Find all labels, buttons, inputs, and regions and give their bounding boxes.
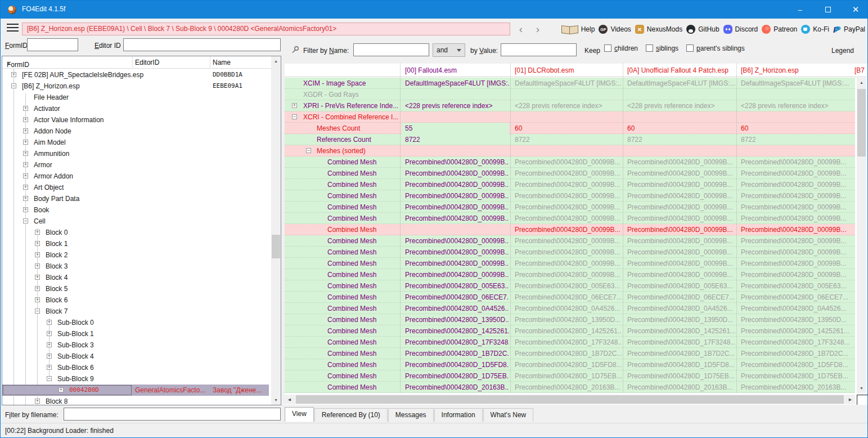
- tree-row[interactable]: +Armor: [2, 159, 271, 171]
- value-cell[interactable]: <228 previs reference index>: [511, 100, 622, 111]
- value-cell[interactable]: Precombined\0004280D_0A4526...: [737, 303, 853, 314]
- expand-icon[interactable]: +: [23, 207, 28, 212]
- link-github[interactable]: GitHub: [686, 25, 719, 34]
- value-cell[interactable]: Precombined\0004280D_1425261...: [624, 325, 735, 337]
- tree-row[interactable]: +[FE 02B] AUR_SpectacleIsleBridges.espDD…: [2, 69, 271, 81]
- tree-row[interactable]: +Art Object: [2, 182, 271, 193]
- value-cell[interactable]: Precombined\0004280D_20163B...: [402, 382, 509, 393]
- tree-row[interactable]: +Block 4: [2, 272, 271, 283]
- table-row[interactable]: Combined MeshPrecombined\0004280D_17F324…: [285, 337, 855, 348]
- expand-icon[interactable]: +: [23, 162, 28, 167]
- value-cell[interactable]: Precombined\0004280D_00099B...: [737, 258, 853, 269]
- tree-row[interactable]: +Block 2: [2, 249, 271, 261]
- value-cell[interactable]: Precombined\0004280D_0A4526...: [402, 303, 509, 314]
- table-row[interactable]: Combined MeshPrecombined\0004280D_0A4526…: [285, 303, 855, 314]
- back-button[interactable]: ‹: [514, 22, 528, 37]
- expand-icon[interactable]: +: [47, 342, 52, 347]
- scroll-down-icon[interactable]: ▼: [857, 383, 866, 393]
- tree-row[interactable]: +Armor Addon: [2, 171, 271, 182]
- formid-input[interactable]: [27, 38, 78, 51]
- value-cell[interactable]: <228 previs reference index>: [624, 100, 735, 111]
- value-cell[interactable]: Precombined\0004280D_00099B...: [624, 269, 735, 280]
- value-cell[interactable]: DefaultImageSpaceF4LUT [IMGS:...: [402, 78, 509, 89]
- tree-row[interactable]: +Block 0: [2, 227, 271, 238]
- value-cell[interactable]: Precombined\0004280D_20163B...: [511, 382, 622, 393]
- tree-header-name[interactable]: Name: [213, 59, 231, 66]
- value-cell[interactable]: Precombined\0004280D_00099B...: [624, 202, 735, 213]
- column-header[interactable]: [01] DLCRobot.esm: [515, 66, 574, 74]
- tree-row[interactable]: +Block 8: [2, 396, 271, 405]
- value-cell[interactable]: Precombined\0004280D_00099B...: [624, 168, 735, 179]
- value-cell[interactable]: 55: [402, 123, 509, 134]
- value-cell[interactable]: [402, 89, 509, 100]
- filter-name-input[interactable]: [353, 43, 429, 56]
- value-cell[interactable]: Precombined\0004280D_00099B...: [402, 157, 509, 168]
- tree-row[interactable]: +Activator: [2, 103, 271, 114]
- value-cell[interactable]: [511, 145, 622, 157]
- value-cell[interactable]: [624, 89, 735, 100]
- tree-row[interactable]: +Sub-Block 3: [2, 339, 271, 351]
- tree-row[interactable]: +Block 3: [2, 261, 271, 272]
- tree-row[interactable]: +Ammunition: [2, 148, 271, 159]
- tree-row[interactable]: +Aim Model: [2, 137, 271, 148]
- expand-icon[interactable]: +: [35, 230, 40, 235]
- expand-icon[interactable]: +: [23, 117, 28, 122]
- value-cell[interactable]: Precombined\0004280D_1D5FD8...: [511, 359, 622, 370]
- value-cell[interactable]: Precombined\0004280D_00099B...: [737, 247, 853, 258]
- value-cell[interactable]: Precombined\0004280D_1425261...: [737, 325, 853, 337]
- expand-icon[interactable]: +: [23, 140, 28, 145]
- value-cell[interactable]: Precombined\0004280D_00099B...: [737, 235, 853, 247]
- collapse-icon[interactable]: −: [292, 114, 297, 119]
- tree-row[interactable]: +Body Part Data: [2, 193, 271, 204]
- tree-row[interactable]: +Sub-Block 4: [2, 351, 271, 362]
- value-cell[interactable]: [402, 224, 509, 235]
- scroll-left-icon[interactable]: ◀: [285, 395, 294, 404]
- grid-vscroll-thumb[interactable]: [857, 89, 866, 157]
- value-cell[interactable]: Precombined\0004280D_00099B...: [737, 213, 853, 224]
- tree-row[interactable]: File Header: [2, 92, 271, 103]
- link-paypal[interactable]: PPPayPal: [833, 25, 865, 34]
- value-cell[interactable]: [624, 111, 735, 123]
- tab-information[interactable]: Information: [434, 408, 483, 422]
- value-cell[interactable]: Precombined\0004280D_13950D...: [624, 314, 735, 325]
- expand-icon[interactable]: +: [23, 151, 28, 156]
- value-cell[interactable]: Precombined\0004280D_00099B...: [402, 168, 509, 179]
- expand-icon[interactable]: +: [35, 275, 40, 280]
- value-cell[interactable]: Precombined\0004280D_00099B...: [511, 179, 622, 190]
- expand-icon[interactable]: +: [23, 106, 28, 111]
- collapse-icon[interactable]: −: [47, 376, 52, 381]
- value-cell[interactable]: 8722: [402, 134, 509, 145]
- value-cell[interactable]: Precombined\0004280D_00099B...: [511, 247, 622, 258]
- value-cell[interactable]: [737, 145, 853, 157]
- value-cell[interactable]: Precombined\0004280D_1D75EB...: [737, 370, 853, 382]
- value-cell[interactable]: Precombined\0004280D_00099B...: [737, 269, 853, 280]
- value-cell[interactable]: 8722: [737, 134, 853, 145]
- value-cell[interactable]: Precombined\0004280D_00099B...: [511, 213, 622, 224]
- resize-grip[interactable]: [857, 395, 867, 405]
- value-cell[interactable]: Precombined\0004280D_00099B...: [624, 213, 735, 224]
- forward-button[interactable]: ›: [530, 22, 545, 37]
- value-cell[interactable]: Precombined\0004280D_13950D...: [511, 314, 622, 325]
- pin-icon[interactable]: [291, 46, 299, 53]
- expand-icon[interactable]: +: [23, 173, 28, 178]
- link-kofi[interactable]: Ko-Fi: [801, 25, 829, 34]
- tab-referenced-by-10-[interactable]: Referenced By (10): [314, 408, 388, 422]
- value-cell[interactable]: Precombined\0004280D_1425261...: [402, 325, 509, 337]
- tree-row[interactable]: +Sub-Block 6: [2, 362, 271, 373]
- scroll-up-icon[interactable]: ▲: [271, 56, 281, 66]
- tree-row[interactable]: +Sub-Block 0: [2, 317, 271, 328]
- table-row[interactable]: Combined MeshPrecombined\0004280D_20163B…: [285, 382, 855, 393]
- value-cell[interactable]: Precombined\0004280D_1D5FD8...: [737, 359, 853, 370]
- value-cell[interactable]: Precombined\0004280D_1D5FD8...: [402, 359, 509, 370]
- value-cell[interactable]: Precombined\0004280D_13950D...: [737, 314, 853, 325]
- value-cell[interactable]: [402, 111, 509, 123]
- checkbox[interactable]: [646, 44, 653, 52]
- value-cell[interactable]: Precombined\0004280D_17F3248...: [624, 337, 735, 348]
- expand-icon[interactable]: +: [47, 365, 52, 370]
- value-cell[interactable]: Precombined\0004280D_00099B...: [624, 157, 735, 168]
- value-cell[interactable]: Precombined\0004280D_00099B...: [624, 179, 735, 190]
- collapse-icon[interactable]: −: [11, 83, 16, 88]
- value-cell[interactable]: Precombined\0004280D_00099B...: [737, 190, 853, 202]
- tree-row[interactable]: +Sub-Block 1: [2, 328, 271, 339]
- scroll-up-icon[interactable]: ▲: [857, 78, 866, 87]
